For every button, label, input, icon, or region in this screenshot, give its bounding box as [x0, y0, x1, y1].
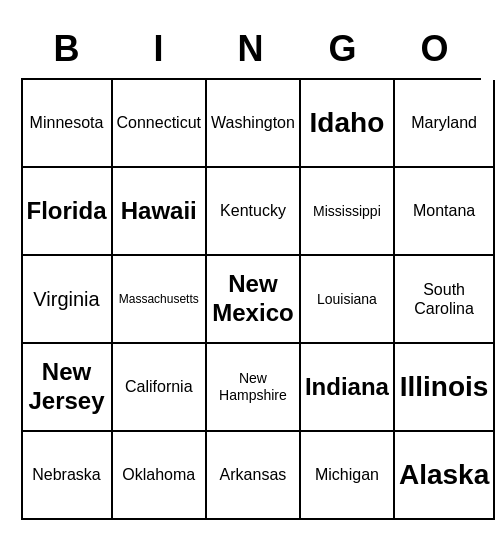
cell-text: Washington [211, 113, 295, 132]
cell-text: Oklahoma [122, 465, 195, 484]
cell-text: Maryland [411, 113, 477, 132]
cell-text: Mississippi [313, 203, 381, 220]
bingo-cell: Washington [207, 80, 301, 168]
bingo-cell: Mississippi [301, 168, 395, 256]
bingo-cell: Indiana [301, 344, 395, 432]
cell-text: New Mexico [211, 270, 295, 328]
header-letter: B [21, 24, 113, 74]
bingo-cell: Kentucky [207, 168, 301, 256]
cell-text: Virginia [33, 287, 99, 311]
bingo-cell: Minnesota [23, 80, 113, 168]
cell-text: Kentucky [220, 201, 286, 220]
header-letter: N [205, 24, 297, 74]
cell-text: Massachusetts [119, 292, 199, 306]
cell-text: Idaho [310, 106, 385, 140]
cell-text: Indiana [305, 373, 389, 402]
cell-text: Nebraska [32, 465, 100, 484]
bingo-cell: Florida [23, 168, 113, 256]
bingo-cell: Oklahoma [113, 432, 208, 520]
bingo-card: BINGO MinnesotaConnecticutWashingtonIdah… [11, 14, 491, 530]
header-letter: O [389, 24, 481, 74]
bingo-cell: Connecticut [113, 80, 208, 168]
bingo-cell: Virginia [23, 256, 113, 344]
cell-text: New Hampshire [211, 370, 295, 404]
bingo-cell: Montana [395, 168, 495, 256]
cell-text: Florida [27, 197, 107, 226]
cell-text: Arkansas [220, 465, 287, 484]
bingo-cell: Maryland [395, 80, 495, 168]
cell-text: Connecticut [117, 113, 202, 132]
bingo-cell: Michigan [301, 432, 395, 520]
bingo-cell: South Carolina [395, 256, 495, 344]
bingo-cell: Alaska [395, 432, 495, 520]
bingo-cell: New Hampshire [207, 344, 301, 432]
cell-text: Montana [413, 201, 475, 220]
bingo-cell: Nebraska [23, 432, 113, 520]
bingo-cell: Hawaii [113, 168, 208, 256]
bingo-cell: Idaho [301, 80, 395, 168]
cell-text: Hawaii [121, 197, 197, 226]
cell-text: Minnesota [30, 113, 104, 132]
cell-text: Michigan [315, 465, 379, 484]
bingo-header: BINGO [21, 24, 481, 74]
bingo-cell: Illinois [395, 344, 495, 432]
cell-text: Alaska [399, 458, 489, 492]
bingo-cell: California [113, 344, 208, 432]
bingo-cell: Louisiana [301, 256, 395, 344]
cell-text: Louisiana [317, 291, 377, 308]
bingo-cell: Arkansas [207, 432, 301, 520]
cell-text: South Carolina [399, 280, 489, 318]
bingo-cell: New Mexico [207, 256, 301, 344]
header-letter: I [113, 24, 205, 74]
cell-text: California [125, 377, 193, 396]
cell-text: Illinois [400, 370, 489, 404]
header-letter: G [297, 24, 389, 74]
bingo-cell: Massachusetts [113, 256, 208, 344]
cell-text: New Jersey [27, 358, 107, 416]
bingo-grid: MinnesotaConnecticutWashingtonIdahoMaryl… [21, 78, 481, 520]
bingo-cell: New Jersey [23, 344, 113, 432]
